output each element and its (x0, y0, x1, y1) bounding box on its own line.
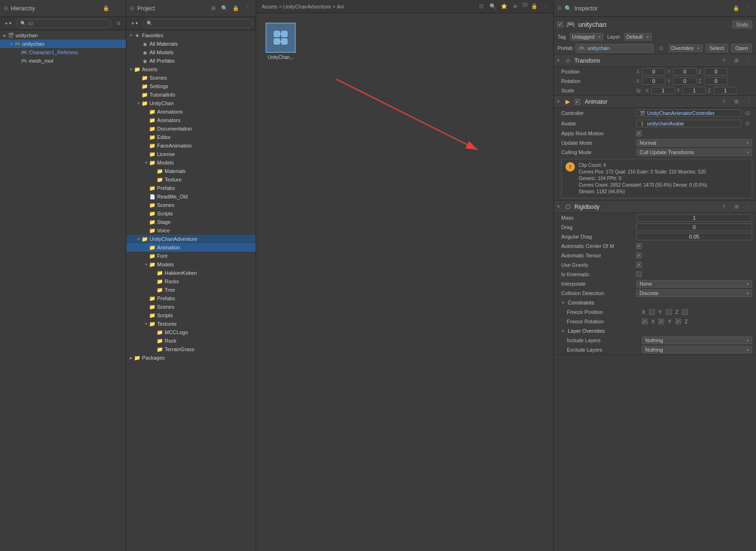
project-item-assets[interactable]: ▼ 📁 Assets (126, 65, 256, 74)
project-item-license[interactable]: ▶ 📁 License (126, 150, 256, 158)
hierarchy-search-submit-icon[interactable]: ⚙ (114, 19, 123, 28)
project-item-scenes-uc[interactable]: ▶ 📁 Scenes (126, 201, 256, 209)
overrides-dropdown[interactable]: Overrides (669, 44, 703, 52)
hierarchy-item-menu[interactable]: ⋮ (120, 41, 126, 47)
project-item-animations[interactable]: ▶ 📁 Animations (126, 107, 256, 116)
center-icon4[interactable]: 👁 (511, 2, 520, 11)
project-item-settings[interactable]: ▶ 📁 Settings (126, 82, 256, 90)
apply-root-motion-checkbox[interactable]: ✓ (636, 131, 642, 136)
project-search-input[interactable] (154, 21, 211, 26)
animator-preset-icon[interactable]: ⊞ (731, 97, 741, 107)
project-item-materials[interactable]: ▶ 📁 Materials (126, 167, 256, 175)
layer-dropdown[interactable]: Default (624, 33, 652, 41)
rigidbody-preset-icon[interactable]: ⊞ (731, 202, 741, 212)
center-lock-icon[interactable]: 🔒 (530, 2, 539, 11)
hierarchy-search-box[interactable]: 🔍 (16, 19, 112, 28)
position-x-input[interactable] (642, 68, 665, 75)
project-item-voice[interactable]: ▶ 📁 Voice (126, 226, 256, 235)
freeze-rot-z-checkbox[interactable]: ✓ (675, 319, 681, 324)
interpolate-dropdown[interactable]: None (636, 280, 752, 288)
auto-tensor-checkbox[interactable]: ✓ (636, 253, 642, 258)
project-icon1[interactable]: ⊞ (208, 4, 218, 13)
prefab-target-icon[interactable]: ⊙ (656, 43, 666, 53)
inspector-menu-icon[interactable]: ☰ (557, 6, 562, 11)
project-item-allmaterials[interactable]: ▶ ◉ All Materials (126, 40, 256, 48)
exclude-layers-dropdown[interactable]: Nothing (642, 346, 752, 354)
project-item-scenes1[interactable]: ▶ 📁 Scenes (126, 74, 256, 82)
project-item-documentation[interactable]: ▶ 📁 Documentation (126, 124, 256, 133)
animator-help-icon[interactable]: ? (719, 97, 729, 107)
controller-target-icon[interactable]: ⊙ (743, 108, 752, 118)
layer-overrides-header[interactable]: ▼ Layer Overrides (554, 326, 756, 336)
inspector-lock-icon[interactable]: 🔒 (731, 4, 741, 13)
rotation-y-input[interactable] (673, 77, 697, 85)
project-item-stage[interactable]: ▶ 📁 Stage (126, 218, 256, 226)
project-item-font[interactable]: ▶ 📁 Font (126, 252, 256, 260)
project-item-rock[interactable]: ▶ 📁 Rock (126, 337, 256, 345)
constraints-header[interactable]: ▼ Constraints (554, 298, 756, 307)
hierarchy-add-button[interactable]: +▼ (3, 19, 14, 28)
project-item-models-uca[interactable]: ▼ 📁 Models (126, 260, 256, 269)
object-active-checkbox[interactable]: ✓ (557, 22, 563, 27)
project-item-animation-uca[interactable]: ▶ 📁 Animation (126, 243, 256, 252)
animator-header[interactable]: ▼ ▶ ✓ Animator ? ⊞ ⋮ (554, 96, 756, 108)
project-item-prefabs-uc[interactable]: ▶ 📁 Prefabs (126, 184, 256, 192)
transform-help-icon[interactable]: ? (719, 56, 729, 66)
animator-enabled-checkbox[interactable]: ✓ (574, 99, 580, 105)
project-item-packages[interactable]: ▶ 📁 Packages (126, 354, 256, 362)
angular-drag-input[interactable] (636, 233, 752, 240)
asset-item-unitychan[interactable]: UnityChan... (266, 23, 296, 60)
center-icon2[interactable]: 🔍 (488, 2, 498, 11)
freeze-rot-y-checkbox[interactable]: ✓ (658, 319, 664, 324)
use-gravity-checkbox[interactable]: ✓ (636, 262, 642, 268)
project-icon2[interactable]: 🔍 (220, 4, 229, 13)
project-item-allprefabs[interactable]: ▶ ◉ All Prefabs (126, 57, 256, 65)
project-menu-icon[interactable]: ☰ (130, 6, 134, 11)
project-item-favorites[interactable]: ▼ ★ Favorites (126, 31, 256, 40)
project-item-tutorialinfo[interactable]: ▶ 📁 TutorialInfo (126, 90, 256, 99)
project-item-unitychanadventure[interactable]: ▼ 📁 UnityChanAdventure (126, 235, 256, 243)
project-item-scenes-uca[interactable]: ▶ 📁 Scenes (126, 303, 256, 311)
hierarchy-item-unitychan-obj[interactable]: ▼ 🎮 unitychan ⋮ (0, 40, 126, 48)
rigidbody-menu-icon[interactable]: ⋮ (744, 202, 753, 212)
rigidbody-help-icon[interactable]: ? (719, 202, 729, 212)
transform-preset-icon[interactable]: ⊞ (731, 56, 741, 66)
inspector-more-icon[interactable]: ⋮ (743, 4, 752, 13)
scale-x-input[interactable] (651, 87, 675, 94)
project-item-terraingras[interactable]: ▶ 📁 TerrainGrass (126, 345, 256, 354)
hierarchy-item-meshroot[interactable]: ▶ 🎮 mesh_root (0, 57, 126, 65)
project-item-textures[interactable]: ▼ 📁 Textures (126, 320, 256, 328)
auto-center-checkbox[interactable]: ✓ (636, 243, 642, 249)
project-item-models-unitychan[interactable]: ▼ 📁 Models (126, 158, 256, 167)
collision-detection-dropdown[interactable]: Discrete (636, 289, 752, 297)
rotation-z-input[interactable] (704, 77, 728, 85)
include-layers-dropdown[interactable]: Nothing (642, 337, 752, 344)
rigidbody-header[interactable]: ▼ ⬡ Rigidbody ? ⊞ ⋮ (554, 201, 756, 213)
project-item-unitychan-folder[interactable]: ▼ 📁 UnityChan (126, 99, 256, 107)
project-item-prefabs-uca[interactable]: ▶ 📁 Prefabs (126, 294, 256, 303)
scale-link-icon[interactable]: ⛓ (636, 88, 644, 93)
project-item-rocks[interactable]: ▶ 📁 Rocks (126, 277, 256, 286)
project-item-texture[interactable]: ▶ 📁 Texture (126, 175, 256, 184)
culling-mode-dropdown[interactable]: Cull Update Transforms (636, 148, 752, 156)
project-more-icon[interactable]: ⋮ (242, 4, 252, 13)
project-lock-icon[interactable]: 🔒 (231, 4, 241, 13)
hierarchy-menu-icon[interactable]: ☰ (4, 6, 8, 11)
project-item-animators[interactable]: ▶ 📁 Animators (126, 116, 256, 124)
avatar-target-icon[interactable]: ⊙ (743, 119, 752, 128)
update-mode-dropdown[interactable]: Normal (636, 139, 752, 147)
hierarchy-search-input[interactable] (28, 21, 84, 26)
project-item-editor[interactable]: ▶ 📁 Editor (126, 133, 256, 141)
static-dropdown[interactable]: Static (732, 21, 752, 28)
scale-y-input[interactable] (682, 87, 706, 94)
project-item-scripts-uc[interactable]: ▶ 📁 Scripts (126, 209, 256, 218)
project-item-mcclogo[interactable]: ▶ 📁 MCCLogo (126, 328, 256, 337)
freeze-pos-x-checkbox[interactable] (649, 309, 655, 315)
position-y-input[interactable] (673, 68, 697, 75)
center-icon3[interactable]: ⭐ (499, 2, 509, 11)
tag-dropdown[interactable]: Untagged (570, 33, 604, 41)
freeze-rot-x-checkbox[interactable]: ✓ (642, 319, 648, 324)
mass-input[interactable] (636, 214, 752, 222)
center-icon1[interactable]: ⊡ (477, 2, 486, 11)
hierarchy-lock-icon[interactable]: 🔒 (101, 4, 111, 13)
